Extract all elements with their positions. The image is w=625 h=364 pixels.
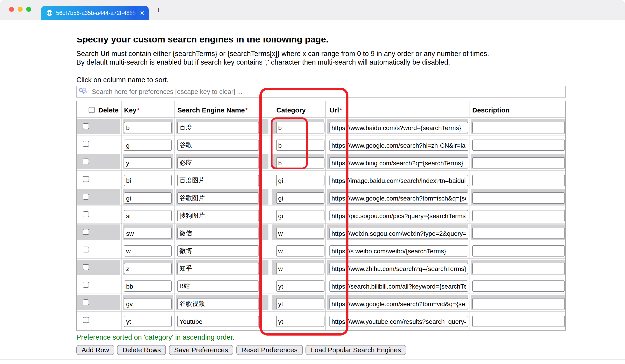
key-cell (123, 312, 173, 328)
delete-cell (77, 295, 120, 310)
url-input[interactable] (329, 228, 468, 239)
zoom-window-button[interactable] (26, 6, 31, 11)
key-input[interactable] (124, 298, 172, 309)
name-cell (176, 189, 268, 204)
key-input[interactable] (124, 122, 172, 133)
row-checkbox[interactable] (83, 176, 89, 182)
description-input[interactable] (472, 122, 565, 133)
url-input[interactable] (329, 157, 468, 168)
url-input[interactable] (329, 175, 468, 186)
required-asterisk: * (245, 106, 248, 114)
description-input[interactable] (472, 280, 565, 292)
key-cell (123, 242, 173, 257)
engine-name-input[interactable] (177, 298, 259, 309)
select-all-checkbox[interactable] (89, 107, 95, 113)
key-input[interactable] (124, 140, 172, 151)
engine-name-input[interactable] (177, 157, 259, 168)
url-input[interactable] (329, 316, 468, 327)
url-input[interactable] (329, 263, 468, 274)
row-checkbox[interactable] (83, 211, 89, 217)
delete-rows-button[interactable]: Delete Rows (117, 345, 166, 355)
delete-cell (77, 277, 120, 292)
url-input[interactable] (329, 298, 468, 309)
row-checkbox[interactable] (83, 246, 89, 252)
load-popular-search-engines-button[interactable]: Load Popular Search Engines (306, 345, 406, 355)
row-checkbox[interactable] (83, 194, 89, 200)
engine-name-input[interactable] (177, 140, 259, 151)
description-input[interactable] (472, 210, 565, 221)
row-checkbox[interactable] (83, 229, 89, 235)
key-input[interactable] (124, 175, 172, 186)
key-cell (123, 260, 173, 275)
annotation-rect-inner (271, 117, 308, 169)
column-header-label: Key (124, 106, 136, 114)
description-input[interactable] (472, 157, 565, 168)
browser-window: 56ef7b56-a35b-a444-a72f-4865 ✕ + 扩展 (Cus… (0, 0, 625, 364)
description-input[interactable] (472, 298, 565, 309)
description-input[interactable] (472, 175, 565, 186)
row-checkbox[interactable] (83, 299, 89, 305)
engine-name-input[interactable] (177, 316, 259, 327)
row-checkbox[interactable] (83, 264, 89, 270)
key-input[interactable] (124, 263, 172, 274)
row-checkbox[interactable] (83, 141, 89, 147)
url-input[interactable] (329, 245, 468, 256)
key-input[interactable] (124, 280, 172, 292)
engine-name-input[interactable] (177, 122, 259, 133)
description-cell (471, 277, 565, 292)
description-cell (471, 312, 565, 328)
row-checkbox[interactable] (83, 317, 89, 323)
engine-name-input[interactable] (177, 175, 259, 186)
name-cell (176, 242, 268, 257)
key-input[interactable] (124, 316, 172, 327)
key-input[interactable] (124, 245, 172, 256)
browser-tab[interactable]: 56ef7b56-a35b-a444-a72f-4865 ✕ (41, 6, 149, 20)
description-input[interactable] (472, 263, 565, 274)
description-cell (471, 224, 565, 240)
key-input[interactable] (124, 228, 172, 239)
tab-bar: 56ef7b56-a35b-a444-a72f-4865 ✕ + (0, 0, 625, 20)
column-header-delete[interactable]: Delete (77, 101, 120, 119)
url-input[interactable] (329, 192, 468, 204)
description-input[interactable] (472, 245, 565, 256)
tab-close-icon[interactable]: ✕ (140, 10, 145, 16)
column-header-description[interactable]: Description (471, 101, 565, 119)
url-input[interactable] (329, 280, 468, 292)
delete-cell (77, 207, 120, 222)
url-input[interactable] (329, 122, 468, 133)
column-header-label: Description (472, 106, 509, 114)
key-input[interactable] (124, 210, 172, 221)
sort-status-text: Preference sorted on 'category' in ascen… (76, 333, 234, 341)
row-checkbox[interactable] (83, 123, 89, 129)
description-input[interactable] (472, 140, 565, 151)
description-input[interactable] (472, 192, 565, 204)
row-checkbox[interactable] (83, 158, 89, 164)
tab-title-fade (125, 6, 137, 20)
required-asterisk: * (137, 106, 140, 114)
column-header-search-engine-name[interactable]: Search Engine Name* (176, 101, 268, 119)
url-input[interactable] (329, 210, 468, 221)
engine-name-input[interactable] (177, 263, 259, 274)
sort-hint: Click on column name to sort. (76, 76, 169, 84)
save-preferences-button[interactable]: Save Preferences (169, 345, 233, 355)
minimize-window-button[interactable] (17, 6, 22, 11)
engine-name-input[interactable] (177, 280, 259, 292)
name-cell (176, 260, 268, 275)
engine-name-input[interactable] (177, 192, 259, 204)
column-header-key[interactable]: Key* (123, 101, 173, 119)
new-tab-button[interactable]: + (153, 4, 164, 16)
reset-preferences-button[interactable]: Reset Preferences (236, 345, 303, 355)
name-cell (176, 119, 268, 134)
engine-name-input[interactable] (177, 210, 259, 221)
description-input[interactable] (472, 316, 565, 327)
description-input[interactable] (472, 228, 565, 239)
engine-name-input[interactable] (177, 245, 259, 256)
key-input[interactable] (124, 157, 172, 168)
engine-name-input[interactable] (177, 228, 259, 239)
row-checkbox[interactable] (83, 281, 89, 288)
add-row-button[interactable]: Add Row (76, 345, 114, 355)
key-input[interactable] (124, 192, 172, 204)
delete-cell (77, 312, 120, 328)
close-window-button[interactable] (9, 6, 14, 11)
url-input[interactable] (329, 140, 468, 151)
